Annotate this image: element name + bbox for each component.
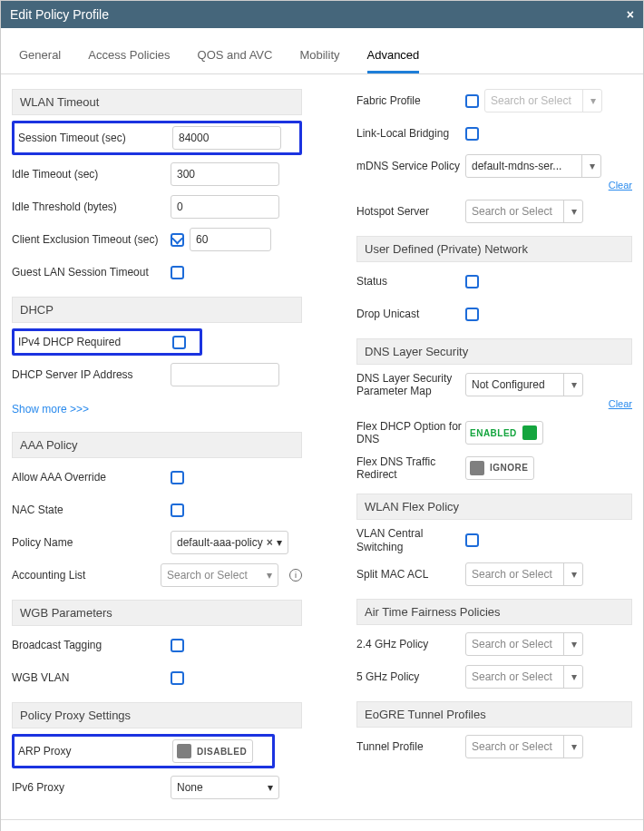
dns-parameter-map-clear-link[interactable]: Clear <box>609 398 632 409</box>
p24-placeholder: Search or Select <box>472 638 552 650</box>
section-dhcp: DHCP <box>12 297 302 323</box>
section-atf: Air Time Fairness Policies <box>356 599 632 625</box>
info-icon[interactable]: i <box>289 569 302 582</box>
chevron-down-icon: ▾ <box>581 155 595 177</box>
tab-mobility[interactable]: Mobility <box>299 48 339 73</box>
dhcp-required-checkbox[interactable] <box>172 336 186 349</box>
toggle-knob <box>470 461 484 475</box>
dialog-body: WLAN Timeout Session Timeout (sec) Idle … <box>1 74 643 819</box>
broadcast-tagging-checkbox[interactable] <box>171 639 184 652</box>
nac-state-checkbox[interactable] <box>171 503 184 517</box>
row-flex-dhcp: Flex DHCP Option for DNS ENABLED <box>356 418 632 448</box>
session-timeout-input[interactable] <box>172 126 281 150</box>
hotspot-select[interactable]: Search or Select ▾ <box>465 200 583 223</box>
split-mac-select[interactable]: Search or Select ▾ <box>465 562 583 586</box>
row-tunnel-profile: Tunnel Profile Search or Select ▾ <box>356 733 632 760</box>
accounting-list-select[interactable]: Search or Select ▾ <box>161 563 278 587</box>
mdns-clear-link[interactable]: Clear <box>609 180 632 191</box>
p5-select[interactable]: Search or Select ▾ <box>465 665 583 689</box>
drop-unicast-checkbox[interactable] <box>465 308 479 321</box>
row-udn-status: Status <box>356 268 632 295</box>
wgb-vlan-checkbox[interactable] <box>171 671 184 685</box>
row-session-timeout: Session Timeout (sec) <box>12 121 302 155</box>
idle-timeout-input[interactable] <box>171 162 279 186</box>
section-udn: User Defined (Private) Network <box>356 236 632 262</box>
toggle-knob <box>177 744 191 758</box>
section-dns-security: DNS Layer Security <box>356 338 632 365</box>
left-column: WLAN Timeout Session Timeout (sec) Idle … <box>12 83 302 801</box>
label-mdns: mDNS Service Policy <box>356 160 465 172</box>
row-client-exclusion: Client Exclusion Timeout (sec) <box>12 226 302 253</box>
vlan-central-checkbox[interactable] <box>465 533 479 547</box>
label-client-exclusion: Client Exclusion Timeout (sec) <box>12 233 171 246</box>
flex-dhcp-state: ENABLED <box>470 428 517 438</box>
label-arp-proxy: ARP Proxy <box>18 745 172 758</box>
chevron-down-icon: ▾ <box>582 90 596 112</box>
row-guest-lan: Guest LAN Session Timeout <box>12 259 302 286</box>
arp-proxy-state: DISABLED <box>197 747 247 757</box>
chevron-down-icon: ▾ <box>563 563 577 585</box>
label-tunnel-profile: Tunnel Profile <box>356 740 465 753</box>
accounting-list-placeholder: Search or Select <box>167 569 248 582</box>
fabric-profile-checkbox[interactable] <box>465 94 479 108</box>
tab-general[interactable]: General <box>19 48 61 73</box>
policy-name-clear-x[interactable]: × <box>267 536 273 549</box>
label-split-mac: Split MAC ACL <box>356 568 465 581</box>
chevron-down-icon: ▾ <box>563 666 577 688</box>
p24-select[interactable]: Search or Select ▾ <box>465 632 583 656</box>
label-hotspot: Hotspot Server <box>356 205 465 218</box>
section-flex-policy: WLAN Flex Policy <box>356 494 632 520</box>
close-icon[interactable]: × <box>627 7 634 22</box>
chevron-down-icon: ▾ <box>563 374 577 396</box>
fabric-profile-select[interactable]: Search or Select ▾ <box>484 89 602 112</box>
chevron-down-icon: ▾ <box>563 200 577 222</box>
row-dhcp-server: DHCP Server IP Address <box>12 361 302 388</box>
row-idle-threshold: Idle Threshold (bytes) <box>12 193 302 220</box>
tunnel-profile-select[interactable]: Search or Select ▾ <box>465 735 583 758</box>
idle-threshold-input[interactable] <box>171 195 279 219</box>
show-more-link[interactable]: Show more >>> <box>12 394 302 421</box>
flex-redirect-toggle[interactable]: IGNORE <box>465 456 534 480</box>
label-flex-dhcp: Flex DHCP Option for DNS <box>356 420 465 446</box>
dns-parameter-map-select[interactable]: Not Configured ▾ <box>465 373 583 396</box>
tab-access[interactable]: Access Policies <box>88 48 170 73</box>
label-drop-unicast: Drop Unicast <box>356 308 465 320</box>
tab-bar: General Access Policies QOS and AVC Mobi… <box>1 28 643 74</box>
ipv6-proxy-select[interactable]: None ▾ <box>171 776 279 799</box>
dhcp-server-input[interactable] <box>171 363 279 386</box>
section-wlan-timeout: WLAN Timeout <box>12 89 302 115</box>
client-exclusion-checkbox[interactable] <box>171 233 184 247</box>
link-local-checkbox[interactable] <box>465 127 479 141</box>
tab-qos[interactable]: QOS and AVC <box>198 48 273 73</box>
label-session-timeout: Session Timeout (sec) <box>18 132 172 144</box>
row-split-mac: Split MAC ACL Search or Select ▾ <box>356 561 632 588</box>
flex-dhcp-toggle[interactable]: ENABLED <box>465 421 543 445</box>
label-ipv6-proxy: IPv6 Proxy <box>12 781 171 794</box>
tab-advanced[interactable]: Advanced <box>367 48 420 73</box>
guest-lan-checkbox[interactable] <box>171 266 184 279</box>
section-eogre: EoGRE Tunnel Profiles <box>356 701 632 728</box>
label-link-local: Link-Local Bridging <box>356 127 465 140</box>
section-wgb: WGB Parameters <box>12 600 302 626</box>
fabric-profile-placeholder: Search or Select <box>491 94 571 107</box>
label-5ghz-policy: 5 GHz Policy <box>356 670 465 683</box>
hotspot-placeholder: Search or Select <box>472 205 552 218</box>
client-exclusion-input[interactable] <box>190 228 271 251</box>
mdns-select[interactable]: default-mdns-ser... ▾ <box>465 154 601 178</box>
edit-policy-profile-dialog: Edit Policy Profile × General Access Pol… <box>0 0 644 831</box>
udn-status-checkbox[interactable] <box>465 275 479 288</box>
row-fabric-profile: Fabric Profile Search or Select ▾ <box>356 87 632 114</box>
policy-name-select[interactable]: default-aaa-policy× ▾ <box>171 531 288 554</box>
aaa-override-checkbox[interactable] <box>171 471 184 484</box>
row-broadcast-tagging: Broadcast Tagging <box>12 631 302 659</box>
label-broadcast-tagging: Broadcast Tagging <box>12 639 171 651</box>
arp-proxy-toggle[interactable]: DISABLED <box>172 739 253 763</box>
label-24ghz-policy: 2.4 GHz Policy <box>356 638 465 650</box>
row-24ghz-policy: 2.4 GHz Policy Search or Select ▾ <box>356 631 632 658</box>
dialog-title: Edit Policy Profile <box>10 7 109 22</box>
label-nac-state: NAC State <box>12 503 171 516</box>
row-vlan-central: VLAN Central Switching <box>356 525 632 555</box>
section-aaa: AAA Policy <box>12 432 302 458</box>
label-guest-lan: Guest LAN Session Timeout <box>12 266 171 279</box>
row-flex-redirect: Flex DNS Traffic Redirect IGNORE <box>356 454 632 484</box>
